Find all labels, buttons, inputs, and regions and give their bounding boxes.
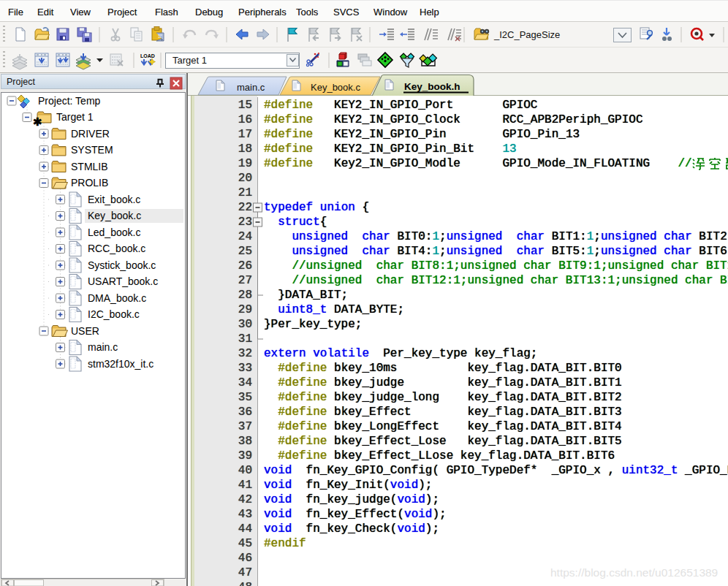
svg-text:Target 1: Target 1 [56, 111, 94, 123]
svg-text:✱: ✱ [33, 115, 42, 128]
svg-text:Key_book.c: Key_book.c [311, 82, 360, 93]
svg-text:Led_book.c: Led_book.c [88, 227, 140, 238]
svg-text:PROLIB: PROLIB [71, 177, 108, 189]
svg-text:USART_book.c: USART_book.c [88, 275, 158, 287]
svg-text:USER: USER [71, 325, 99, 337]
svg-text:Exit_book.c: Exit_book.c [88, 194, 140, 205]
svg-text:DRIVER: DRIVER [71, 128, 110, 140]
svg-text:I2C_book.c: I2C_book.c [88, 308, 140, 320]
svg-text:Systick_book.c: Systick_book.c [88, 259, 156, 271]
svg-text:DMA_book.c: DMA_book.c [88, 292, 146, 304]
svg-text:main.c: main.c [237, 82, 265, 93]
svg-text:_I2C_PageSize: _I2C_PageSize [493, 29, 560, 40]
svg-text:main.c: main.c [88, 341, 118, 353]
svg-text:LOAD: LOAD [140, 53, 155, 58]
svg-text:Project: Temp: Project: Temp [38, 95, 101, 107]
svg-text:Key_book.h: Key_book.h [404, 81, 460, 92]
svg-text:Key_book.c: Key_book.c [88, 210, 141, 221]
svg-text:RCC_book.c: RCC_book.c [88, 243, 145, 254]
svg-text:STMLIB: STMLIB [71, 161, 108, 172]
svg-text:stm32f10x_it.c: stm32f10x_it.c [88, 358, 153, 370]
svg-text:Target 1: Target 1 [172, 55, 207, 66]
svg-text:SYSTEM: SYSTEM [71, 144, 113, 156]
